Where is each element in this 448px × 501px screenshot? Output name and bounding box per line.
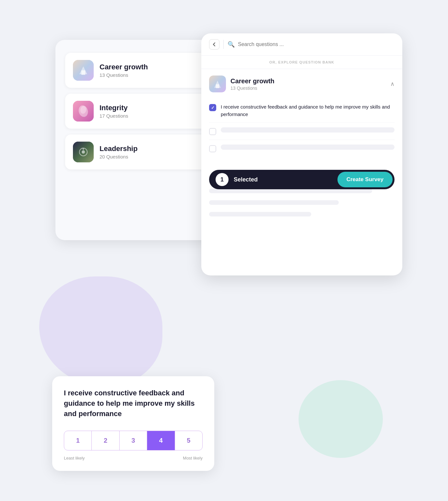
leadership-name: Leadership: [100, 145, 137, 153]
question-text-1: I receive constructive feedback and guid…: [221, 103, 395, 118]
rating-scale: 1 2 3 4 5: [64, 431, 203, 450]
search-input-wrapper: 🔍: [228, 41, 395, 48]
career-icon: [73, 60, 94, 81]
selection-label: Selected: [234, 176, 332, 183]
blob-purple-left: [39, 276, 162, 387]
rating-5[interactable]: 5: [175, 431, 202, 450]
blob-green-bottom: [299, 380, 383, 458]
checkbox-1[interactable]: [209, 104, 216, 111]
question-item-2: [209, 123, 395, 140]
career-name: Career growth: [100, 63, 148, 71]
extra-line-2: [209, 200, 339, 205]
bank-header-left: Career growth 13 Questions: [209, 76, 275, 92]
leadership-questions: 20 Questions: [100, 154, 137, 159]
collapse-button[interactable]: ∧: [390, 80, 395, 87]
question-item-3: [209, 140, 395, 157]
question-placeholder-3: [221, 145, 395, 150]
search-divider: [223, 40, 224, 49]
rating-4[interactable]: 4: [147, 431, 175, 450]
integrity-text: Integrity 17 Questions: [100, 104, 128, 119]
extra-line-3: [209, 212, 311, 216]
leadership-icon: [73, 142, 94, 162]
scene: Career growth 13 Questions: [46, 24, 402, 477]
search-icon: 🔍: [228, 41, 235, 48]
bank-category-info: Career growth 13 Questions: [230, 77, 275, 91]
rating-1[interactable]: 1: [64, 431, 92, 450]
question-card: I receive constructive feedback and guid…: [52, 376, 214, 471]
rating-2[interactable]: 2: [92, 431, 119, 450]
integrity-icon: [73, 101, 94, 122]
search-panel: 🔍 OR, EXPLORE QUESTION BANK: [201, 33, 402, 275]
question-placeholder-2: [221, 127, 395, 133]
checkbox-3[interactable]: [209, 145, 216, 152]
career-text: Career growth 13 Questions: [100, 63, 148, 78]
svg-point-8: [82, 150, 85, 154]
question-bank-section: Career growth 13 Questions ∧ I receive c…: [201, 69, 402, 160]
rating-3[interactable]: 3: [120, 431, 147, 450]
selection-bar: 1 Selected Create Survey: [209, 170, 395, 189]
search-input[interactable]: [238, 41, 395, 47]
label-most: Most likely: [183, 456, 203, 460]
back-button[interactable]: [209, 39, 219, 50]
leadership-text: Leadership 20 Questions: [100, 145, 137, 159]
bank-career-icon: [209, 76, 226, 92]
label-least: Least likely: [64, 456, 85, 460]
question-item-1: I receive constructive feedback and guid…: [209, 99, 395, 123]
bank-subtitle: 13 Questions: [230, 86, 275, 91]
svg-rect-9: [83, 148, 84, 150]
svg-rect-2: [81, 70, 85, 75]
integrity-questions: 17 Questions: [100, 113, 128, 119]
rating-labels: Least likely Most likely: [64, 456, 203, 460]
divider-label: OR, EXPLORE QUESTION BANK: [201, 56, 402, 69]
search-bar: 🔍: [201, 33, 402, 56]
create-survey-button[interactable]: Create Survey: [337, 172, 393, 187]
integrity-name: Integrity: [100, 104, 128, 112]
question-card-text: I receive constructive feedback and guid…: [64, 388, 203, 419]
svg-rect-12: [216, 84, 219, 88]
selection-count: 1: [216, 173, 229, 186]
bank-header: Career growth 13 Questions ∧: [209, 76, 395, 92]
checkbox-2[interactable]: [209, 128, 216, 135]
extra-lines: [201, 182, 402, 275]
bank-title: Career growth: [230, 77, 275, 85]
career-questions: 13 Questions: [100, 72, 148, 78]
extra-line-1: [209, 189, 372, 193]
